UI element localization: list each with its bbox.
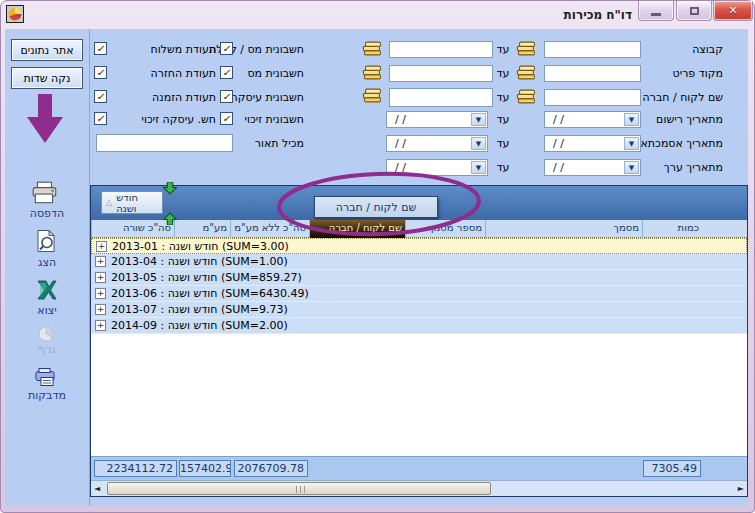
date-value: / / bbox=[395, 137, 406, 150]
thumb-grip bbox=[304, 486, 305, 493]
clear-fields-button[interactable]: נקה שדות bbox=[11, 67, 83, 89]
combo-arrow-icon[interactable]: ▼ bbox=[624, 113, 639, 126]
checkbox-tax-invoice-receipt[interactable]: ✓ bbox=[220, 42, 233, 55]
column-header-document[interactable]: מסמך bbox=[485, 220, 642, 238]
labels-icon[interactable] bbox=[33, 367, 59, 388]
register-date-from-combo[interactable]: / / ▼ bbox=[544, 111, 641, 128]
excel-export-icon[interactable] bbox=[35, 279, 59, 301]
filter-label-return-note: תעודת החזרה bbox=[111, 67, 216, 80]
scroll-right-icon[interactable]: ► bbox=[738, 484, 744, 493]
dragged-column-header[interactable]: שם לקוח / חברה bbox=[314, 196, 438, 218]
checkbox-transaction-invoice[interactable]: ✓ bbox=[220, 90, 233, 103]
reference-date-from-combo[interactable]: / / ▼ bbox=[544, 135, 641, 152]
lookup-icon[interactable] bbox=[361, 87, 385, 104]
column-header-total-no-vat[interactable]: סה"כ ללא מע"מ bbox=[230, 220, 309, 238]
expand-icon[interactable]: + bbox=[95, 288, 106, 299]
close-button[interactable]: ✕ bbox=[713, 1, 753, 21]
lookup-icon[interactable] bbox=[515, 64, 539, 81]
results-grid: △ חודש ושנה שם לקוח / חברה סה"כ שורה מע"… bbox=[90, 185, 748, 497]
lookup-icon[interactable] bbox=[361, 64, 385, 81]
column-header-doc-number[interactable]: מספר מסמך bbox=[405, 220, 485, 238]
column-header-quantity[interactable]: כמות bbox=[642, 220, 702, 238]
checkbox-return-note[interactable]: ✓ bbox=[94, 66, 107, 79]
group-row[interactable]: + 2013-04 : חודש ושנה (SUM=1.00) bbox=[91, 254, 747, 270]
export-button[interactable]: יצוא bbox=[5, 304, 89, 317]
lookup-icon[interactable] bbox=[515, 40, 539, 57]
group-row-label: 2013-04 : חודש ושנה (SUM=1.00) bbox=[111, 255, 288, 268]
find-data-button[interactable]: אתר נתונים bbox=[11, 39, 83, 61]
register-date-to-combo[interactable]: / / ▼ bbox=[386, 111, 488, 128]
group-chip-month-year[interactable]: △ חודש ושנה bbox=[101, 191, 163, 214]
expand-icon[interactable]: + bbox=[95, 256, 106, 267]
group-row-label: 2013-07 : חודש ושנה (SUM=9.73) bbox=[111, 303, 288, 316]
reference-date-to-combo[interactable]: / / ▼ bbox=[386, 135, 488, 152]
total-no-vat: 2076709.78 bbox=[234, 460, 308, 477]
scrollbar-thumb[interactable] bbox=[107, 482, 491, 495]
to-label: עד bbox=[492, 113, 514, 126]
check-icon: ✓ bbox=[222, 113, 230, 124]
group-row[interactable]: + 2013-06 : חודש ושנה (SUM=6430.49) bbox=[91, 286, 747, 302]
checkbox-delivery-note[interactable]: ✓ bbox=[94, 42, 107, 55]
expand-icon[interactable]: + bbox=[95, 272, 106, 283]
sort-asc-icon: △ bbox=[106, 198, 112, 207]
check-icon: ✓ bbox=[222, 67, 230, 78]
item-code-from-input[interactable] bbox=[544, 65, 641, 82]
printer-icon[interactable] bbox=[31, 181, 59, 205]
filter-label-order-note: תעודת הזמנה bbox=[111, 91, 216, 104]
group-row-label: 2014-09 : חודש ושנה (SUM=2.00) bbox=[111, 319, 288, 332]
to-label: עד bbox=[492, 91, 514, 104]
column-header-customer-name[interactable]: שם לקוח / חברה bbox=[309, 220, 405, 238]
contains-desc-input[interactable] bbox=[96, 134, 233, 152]
check-icon: ✓ bbox=[222, 91, 230, 102]
scroll-left-icon[interactable]: ◄ bbox=[94, 484, 100, 493]
combo-arrow-icon[interactable]: ▼ bbox=[471, 137, 486, 150]
filter-label-credit-transaction: חש. עיסקה זיכוי bbox=[111, 113, 216, 126]
combo-arrow-icon[interactable]: ▼ bbox=[471, 161, 486, 174]
expand-icon[interactable]: + bbox=[95, 304, 106, 315]
expand-icon[interactable]: + bbox=[96, 241, 107, 252]
group-from-input[interactable] bbox=[544, 41, 641, 58]
value-date-to-combo[interactable]: / / ▼ bbox=[386, 159, 488, 176]
annotation-arrow-down bbox=[22, 93, 68, 145]
to-label: עד bbox=[492, 137, 514, 150]
preview-icon[interactable] bbox=[35, 229, 57, 254]
item-code-to-input[interactable] bbox=[389, 65, 493, 82]
grid-empty-area bbox=[91, 335, 747, 456]
date-value: / / bbox=[553, 161, 564, 174]
group-row[interactable]: + 2013-07 : חודש ושנה (SUM=9.73) bbox=[91, 302, 747, 318]
group-row-selected[interactable]: + 2013-01 : חודש ושנה (SUM=3.00) bbox=[91, 238, 747, 254]
checkbox-credit-invoice[interactable]: ✓ bbox=[220, 112, 233, 125]
filter-label-delivery-note: תעודת משלוח bbox=[111, 43, 216, 56]
minimize-button[interactable] bbox=[638, 1, 674, 21]
column-header-row-total[interactable]: סה"כ שורה bbox=[91, 220, 174, 238]
to-label: עד bbox=[492, 67, 514, 80]
print-button[interactable]: הדפסה bbox=[5, 207, 89, 220]
combo-arrow-icon[interactable]: ▼ bbox=[471, 113, 486, 126]
customer-from-input[interactable] bbox=[544, 89, 641, 106]
horizontal-scrollbar[interactable]: ◄ ► bbox=[91, 480, 747, 496]
show-button[interactable]: הצג bbox=[5, 256, 89, 269]
combo-arrow-icon[interactable]: ▼ bbox=[624, 161, 639, 174]
group-to-input[interactable] bbox=[389, 41, 493, 58]
lookup-icon[interactable] bbox=[361, 40, 385, 57]
lookup-icon[interactable] bbox=[515, 88, 539, 105]
checkbox-credit-transaction[interactable]: ✓ bbox=[94, 112, 107, 125]
total-vat: 157402.9 bbox=[179, 460, 231, 477]
combo-arrow-icon[interactable]: ▼ bbox=[624, 137, 639, 150]
titlebar: דו"ח מכירות ✕ bbox=[1, 1, 754, 29]
checkbox-tax-invoice[interactable]: ✓ bbox=[220, 66, 233, 79]
stickers-button[interactable]: מדבקות bbox=[5, 389, 89, 402]
minimize-icon bbox=[651, 13, 661, 16]
expand-icon[interactable]: + bbox=[95, 320, 106, 331]
check-icon: ✓ bbox=[96, 43, 104, 54]
chart-icon bbox=[37, 325, 57, 343]
value-date-from-combo[interactable]: / / ▼ bbox=[544, 159, 641, 176]
maximize-button[interactable] bbox=[676, 1, 712, 21]
maximize-icon bbox=[690, 7, 699, 15]
group-row-label: 2013-05 : חודש ושנה (SUM=859.27) bbox=[111, 271, 302, 284]
group-row[interactable]: + 2014-09 : חודש ושנה (SUM=2.00) bbox=[91, 318, 747, 334]
column-header-vat[interactable]: מע"מ bbox=[174, 220, 230, 238]
customer-to-input[interactable] bbox=[389, 88, 493, 107]
group-row[interactable]: + 2013-05 : חודש ושנה (SUM=859.27) bbox=[91, 270, 747, 286]
checkbox-order-note[interactable]: ✓ bbox=[94, 90, 107, 103]
